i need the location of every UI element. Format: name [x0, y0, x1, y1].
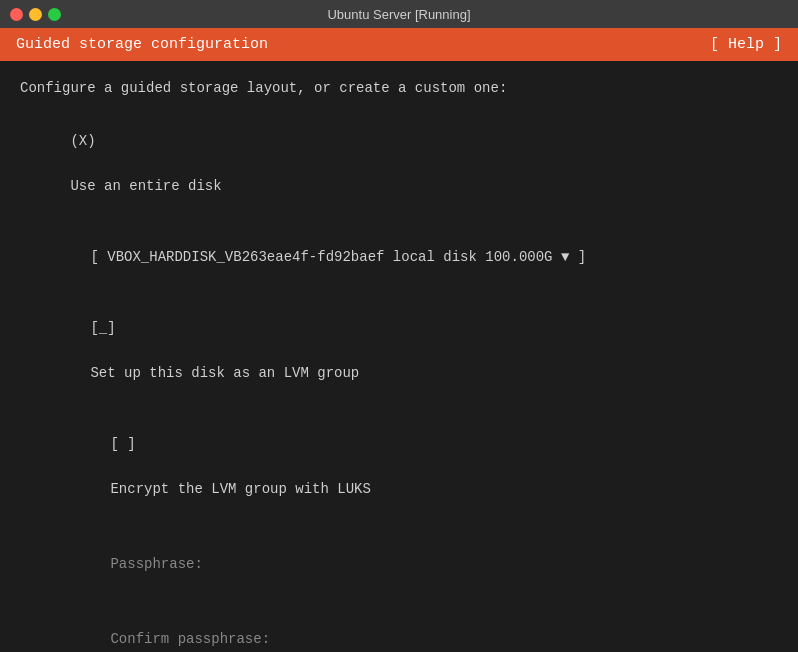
lvm-label: Set up this disk as an LVM group — [90, 365, 359, 381]
help-button[interactable]: [ Help ] — [710, 36, 782, 53]
minimize-button[interactable] — [29, 8, 42, 21]
option1-label: Use an entire disk — [70, 178, 221, 194]
window-title: Ubuntu Server [Running] — [327, 7, 470, 22]
header-bar: Guided storage configuration [ Help ] — [0, 28, 798, 61]
header-title: Guided storage configuration — [16, 36, 268, 53]
title-bar: Ubuntu Server [Running] — [0, 0, 798, 28]
passphrase-line: Passphrase: — [20, 530, 778, 597]
encrypt-label: Encrypt the LVM group with LUKS — [110, 481, 370, 497]
option1-radio: (X) — [70, 133, 95, 149]
option1-line[interactable]: (X) Use an entire disk — [20, 107, 778, 219]
encrypt-option-line[interactable]: [ ] Encrypt the LVM group with LUKS — [20, 410, 778, 522]
confirm-passphrase-line: Confirm passphrase: — [20, 606, 778, 652]
lvm-option-line[interactable]: [_] Set up this disk as an LVM group — [20, 295, 778, 407]
description-line: Configure a guided storage layout, or cr… — [20, 77, 778, 99]
encrypt-checkbox[interactable]: [ ] — [110, 436, 135, 452]
maximize-button[interactable] — [48, 8, 61, 21]
passphrase-label: Passphrase: — [110, 556, 202, 572]
disk-selector[interactable]: [ VBOX_HARDDISK_VB263eae4f-fd92baef loca… — [90, 249, 586, 265]
traffic-lights — [10, 8, 61, 21]
main-content: Configure a guided storage layout, or cr… — [0, 61, 798, 652]
disk-selector-line[interactable]: [ VBOX_HARDDISK_VB263eae4f-fd92baef loca… — [20, 223, 778, 290]
lvm-checkbox[interactable]: [_] — [90, 320, 115, 336]
close-button[interactable] — [10, 8, 23, 21]
terminal: Guided storage configuration [ Help ] Co… — [0, 28, 798, 652]
confirm-passphrase-label: Confirm passphrase: — [110, 631, 270, 647]
